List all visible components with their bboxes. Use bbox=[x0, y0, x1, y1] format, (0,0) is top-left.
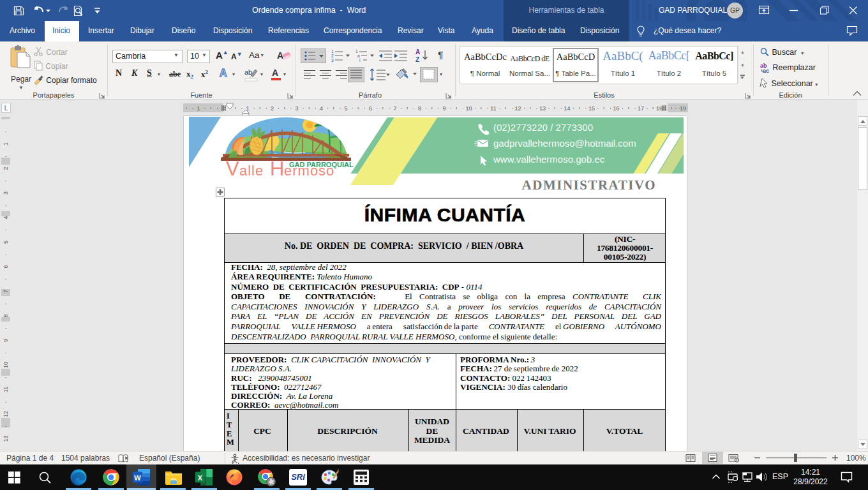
svg-text:1: 1 bbox=[355, 49, 358, 54]
svg-text:8: 8 bbox=[3, 314, 9, 317]
svg-text:1: 1 bbox=[3, 142, 9, 145]
svg-text:3: 3 bbox=[331, 58, 334, 63]
svg-text:12: 12 bbox=[514, 105, 521, 112]
svg-text:A: A bbox=[272, 68, 278, 78]
svg-text:2: 2 bbox=[271, 105, 274, 112]
svg-text:11: 11 bbox=[490, 105, 496, 112]
svg-text:19: 19 bbox=[680, 105, 686, 112]
svg-text:(02)2773220 / 2773300: (02)2773220 / 2773300 bbox=[493, 122, 593, 133]
svg-text:4: 4 bbox=[3, 216, 9, 219]
svg-text:i: i bbox=[359, 58, 360, 63]
svg-text:a: a bbox=[357, 54, 360, 58]
svg-text:10: 10 bbox=[3, 362, 9, 368]
svg-text:1: 1 bbox=[331, 49, 334, 54]
svg-text:13: 13 bbox=[539, 105, 546, 112]
svg-text:15: 15 bbox=[588, 105, 595, 112]
svg-text:14: 14 bbox=[564, 105, 570, 112]
svg-text:11: 11 bbox=[3, 387, 9, 392]
svg-text:16: 16 bbox=[613, 105, 619, 112]
svg-text:www.vallehermoso.gob.ec: www.vallehermoso.gob.ec bbox=[493, 154, 605, 165]
svg-text:9: 9 bbox=[3, 339, 9, 342]
svg-text:X: X bbox=[198, 474, 203, 482]
svg-text:6: 6 bbox=[3, 265, 9, 268]
svg-text:4: 4 bbox=[320, 105, 323, 112]
svg-text:9: 9 bbox=[442, 105, 445, 112]
svg-text:6: 6 bbox=[369, 105, 372, 112]
svg-text:ac: ac bbox=[763, 68, 769, 73]
svg-text:5: 5 bbox=[344, 105, 347, 112]
svg-text:1: 1 bbox=[197, 105, 200, 112]
svg-text:W: W bbox=[134, 474, 141, 482]
svg-text:13: 13 bbox=[3, 435, 9, 442]
svg-text:8: 8 bbox=[418, 105, 421, 112]
svg-text:A: A bbox=[415, 48, 420, 56]
svg-text:17: 17 bbox=[638, 105, 644, 112]
svg-text:H: H bbox=[270, 158, 284, 180]
svg-text:3: 3 bbox=[3, 191, 9, 195]
svg-text:V: V bbox=[226, 158, 239, 180]
svg-text:7: 7 bbox=[3, 290, 9, 293]
svg-text:gadprvallehermoso@hotmail.com: gadprvallehermoso@hotmail.com bbox=[493, 138, 636, 149]
svg-text:GAD PARROQUIAL: GAD PARROQUIAL bbox=[289, 161, 354, 168]
svg-text:7: 7 bbox=[393, 105, 396, 112]
svg-text:2: 2 bbox=[331, 54, 334, 58]
svg-text:Z: Z bbox=[415, 56, 419, 63]
svg-text:2: 2 bbox=[3, 167, 9, 170]
svg-text:5: 5 bbox=[3, 241, 9, 244]
svg-text:3: 3 bbox=[295, 105, 298, 112]
svg-text:10: 10 bbox=[465, 105, 472, 112]
svg-text:12: 12 bbox=[3, 411, 9, 417]
svg-text:18: 18 bbox=[656, 105, 662, 112]
svg-text:alle: alle bbox=[239, 163, 264, 179]
